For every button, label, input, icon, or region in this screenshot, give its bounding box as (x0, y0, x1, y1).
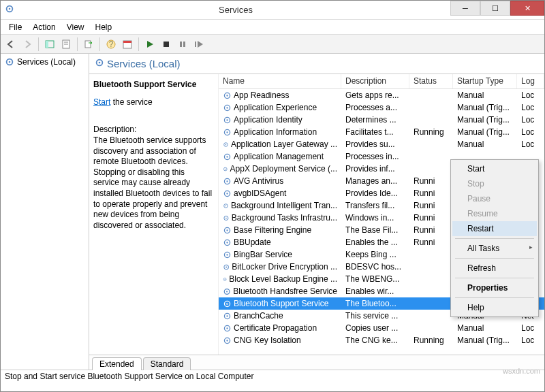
ctx-stop[interactable]: Stop (452, 176, 537, 191)
gear-icon (223, 250, 232, 259)
svg-point-25 (226, 119, 228, 120)
svg-rect-7 (85, 41, 91, 48)
menu-bar: File Action View Help (1, 20, 544, 35)
tree-node-services-local[interactable]: Services (Local) (3, 56, 86, 67)
ctx-resume[interactable]: Resume (452, 206, 537, 221)
svg-rect-12 (164, 42, 169, 47)
ctx-help[interactable]: Help (452, 300, 537, 315)
start-link[interactable]: Start (93, 97, 110, 107)
stop-service-button[interactable] (159, 37, 174, 52)
svg-point-51 (225, 278, 225, 279)
selected-service-name: Bluetooth Support Service (93, 80, 213, 89)
maximize-button[interactable]: ☐ (480, 1, 510, 16)
svg-point-37 (226, 193, 228, 194)
svg-rect-11 (123, 41, 131, 43)
gear-icon (5, 57, 14, 67)
svg-point-19 (99, 62, 101, 64)
gear-icon (223, 312, 232, 321)
ctx-properties[interactable]: Properties (452, 280, 537, 295)
gear-icon (223, 152, 232, 161)
tab-extended[interactable]: Extended (92, 357, 142, 370)
svg-point-1 (9, 7, 11, 10)
gear-icon (223, 165, 228, 174)
description-text: The Bluetooth service supports discovery… (93, 135, 213, 231)
gear-icon (223, 263, 230, 272)
table-row[interactable]: Application IdentityDetermines ...Manual… (219, 114, 544, 126)
svg-rect-13 (180, 42, 182, 47)
toolbar: ? (1, 35, 544, 54)
ctx-restart[interactable]: Restart (452, 221, 537, 236)
svg-point-21 (226, 95, 228, 96)
help-toolbar-button[interactable]: ? (104, 37, 119, 52)
menu-help[interactable]: Help (90, 21, 118, 33)
gear-icon (223, 116, 232, 125)
svg-point-61 (226, 340, 228, 341)
svg-point-57 (226, 315, 228, 316)
show-hide-tree-button[interactable] (42, 37, 57, 52)
svg-point-31 (226, 156, 228, 157)
menu-action[interactable]: Action (27, 21, 61, 33)
svg-rect-15 (195, 42, 196, 47)
svg-point-45 (226, 242, 228, 243)
svg-point-27 (226, 131, 228, 133)
svg-rect-3 (46, 41, 48, 48)
table-row[interactable]: App ReadinessGets apps re...ManualLoc (219, 89, 544, 101)
gear-icon (223, 128, 232, 137)
ctx-start[interactable]: Start (452, 161, 537, 176)
table-row[interactable]: Certificate PropagationCopies user ...Ma… (219, 322, 544, 334)
svg-point-41 (225, 217, 227, 218)
gear-icon (223, 91, 232, 100)
bottom-tabs: Extended Standard (89, 355, 544, 370)
svg-point-59 (226, 327, 228, 329)
table-row[interactable]: Application Layer Gateway ...Provides su… (219, 138, 544, 150)
col-startup-type[interactable]: Startup Type (453, 74, 517, 88)
ctx-all-tasks[interactable]: All Tasks (452, 241, 537, 256)
tab-standard[interactable]: Standard (143, 357, 191, 370)
menu-view[interactable]: View (61, 21, 90, 33)
col-description[interactable]: Description (341, 74, 409, 88)
gear-icon (223, 336, 232, 345)
forward-button[interactable] (20, 37, 35, 52)
svg-point-23 (226, 107, 228, 108)
svg-point-49 (225, 266, 227, 267)
svg-point-47 (226, 254, 228, 255)
tree-node-label: Services (Local) (17, 57, 76, 67)
svg-point-29 (225, 144, 227, 145)
properties-toolbar-button[interactable] (59, 37, 74, 52)
back-button[interactable] (3, 37, 18, 52)
svg-point-53 (226, 291, 228, 292)
description-label: Description: (93, 125, 213, 134)
col-name[interactable]: Name (219, 74, 341, 88)
status-bar: Stop and Start service Bluetooth Support… (1, 370, 544, 383)
gear-icon (223, 140, 229, 149)
ctx-pause[interactable]: Pause (452, 191, 537, 206)
pane-header: Services (Local) (89, 54, 544, 74)
table-row[interactable]: Application InformationFacilitates t...R… (219, 126, 544, 138)
gear-icon (223, 226, 232, 235)
gear-icon (223, 287, 231, 296)
svg-point-33 (225, 168, 225, 169)
app-icon (5, 4, 17, 16)
gear-icon (223, 103, 232, 112)
pause-service-button[interactable] (175, 37, 190, 52)
gear-icon (223, 177, 232, 186)
detail-pane: Bluetooth Support Service Start the serv… (89, 74, 219, 355)
gear-icon (95, 58, 104, 69)
svg-point-35 (226, 180, 228, 182)
table-row[interactable]: Application ExperienceProcesses a...Manu… (219, 101, 544, 114)
gear-icon (223, 275, 227, 284)
minimize-button[interactable]: ─ (450, 1, 480, 16)
export-button[interactable] (81, 37, 96, 52)
gear-icon (223, 201, 229, 210)
start-service-button[interactable] (142, 37, 157, 52)
table-row[interactable]: CNG Key IsolationThe CNG ke...RunningMan… (219, 334, 544, 346)
col-status[interactable]: Status (409, 74, 453, 88)
close-button[interactable]: ✕ (510, 1, 544, 16)
ctx-refresh[interactable]: Refresh (452, 261, 537, 276)
svg-point-43 (226, 229, 228, 231)
col-logon[interactable]: Log (517, 74, 544, 88)
calendar-icon[interactable] (120, 37, 135, 52)
menu-file[interactable]: File (3, 21, 27, 33)
svg-text:?: ? (109, 39, 114, 49)
restart-service-button[interactable] (191, 37, 206, 52)
